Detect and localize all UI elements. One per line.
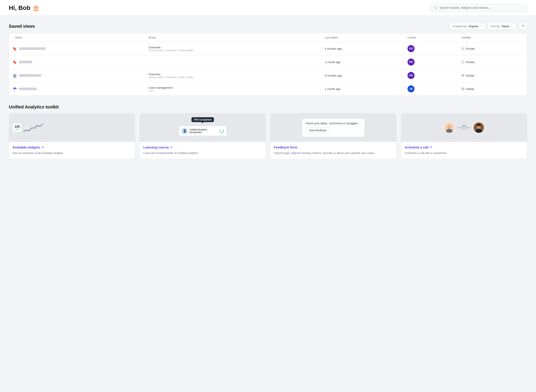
svg-line-1 <box>437 8 437 9</box>
schedule-preview <box>401 113 527 142</box>
schedule-card-title: Schedule a call ↗ <box>405 145 523 149</box>
course-item: 👤 Unified Analytics introduction <box>179 126 227 136</box>
board-path: Social profiles / Facebook / Public prof… <box>149 49 318 52</box>
board-path: Social profiles / Facebook / Public prof… <box>149 76 318 79</box>
feedback-card-body: Feedback form Report bugs, request missi… <box>270 142 396 159</box>
sort-by-label: Sort by: <box>491 25 501 28</box>
col-creator[interactable]: Creator <box>404 33 458 42</box>
feedback-placeholder-text: Share your ideas, comments or struggles … <box>306 122 361 125</box>
send-feedback-button[interactable]: Send feedback <box>306 127 330 134</box>
line-chart <box>23 122 43 134</box>
external-link-icon: ↗ <box>430 146 432 149</box>
table-row[interactable]: 🔖 Overview Social profiles / Facebook / … <box>9 42 527 56</box>
visibility-label: Private <box>466 61 475 64</box>
row-creator-0: KK <box>404 42 458 56</box>
feedback-bubble: Share your ideas, comments or struggles … <box>302 118 365 137</box>
row-visibility-0: Private <box>458 42 527 56</box>
row-visibility-2: Global <box>458 69 527 82</box>
bar-chart <box>45 121 48 134</box>
row-name-blurred <box>19 88 37 90</box>
row-board-0: Overview Social profiles / Facebook / Pu… <box>145 42 321 56</box>
lock-icon <box>461 47 465 50</box>
row-icon: ☂️ <box>13 87 17 91</box>
sort-by-value: Name <box>502 25 509 28</box>
external-link-icon: ↗ <box>41 146 44 149</box>
learning-card-body: Learning course ↗ Learn the fundamentals… <box>140 142 266 159</box>
header: Hi, Bob 🎂 <box>0 0 536 16</box>
toolkit-grid: 125 +26% <box>9 113 527 159</box>
visibility-label: Global <box>466 87 474 91</box>
row-board-1 <box>145 56 321 69</box>
saved-views-table: ↑ Name Board Last edited Creator Visibil… <box>9 33 527 96</box>
filter-controls: Created by: Anyone Sort by: Name <box>450 23 527 30</box>
calendar-icon <box>462 125 466 131</box>
svg-point-0 <box>435 6 437 9</box>
feedback-preview: Share your ideas, comments or struggles … <box>270 113 396 142</box>
creator-avatar: KK <box>408 72 414 79</box>
dot-3 <box>467 127 468 128</box>
col-visibility[interactable]: Visibility <box>458 33 527 42</box>
row-name-blurred <box>19 47 46 50</box>
schedule-card-desc: Schedule a call with a researcher. <box>405 151 523 155</box>
globe-icon <box>461 74 465 77</box>
row-visibility-1: Private <box>458 56 527 69</box>
board-path: Care <box>149 89 318 92</box>
main-content: Saved views Created by: Anyone Sort by: … <box>0 16 536 166</box>
created-by-filter[interactable]: Created by: Anyone <box>450 23 485 30</box>
sort-by-filter[interactable]: Sort by: Name <box>488 23 516 30</box>
table-row[interactable]: ☂️ Case management Care 1 month agoJK Gl… <box>9 82 527 96</box>
feedback-card-desc: Report bugs, request missing metrics, an… <box>274 151 393 155</box>
row-creator-1: KK <box>404 56 458 69</box>
course-avatar: 👤 <box>182 128 188 134</box>
globe-icon <box>461 87 465 90</box>
row-icon: 🔖 <box>13 60 17 64</box>
schedule-call-card[interactable]: Schedule a call ↗ Schedule a call with a… <box>401 113 527 159</box>
row-visibility-3: Global <box>458 82 527 96</box>
created-by-label: Created by: <box>452 25 467 28</box>
mini-stat-card: 125 +26% <box>13 123 22 132</box>
toolkit-section: Unified Analytics toolkit 125 +26% <box>9 104 527 159</box>
row-name-cell-3: ☂️ <box>9 82 145 96</box>
row-board-2: Overview Social profiles / Facebook / Pu… <box>145 69 321 82</box>
learning-card-desc: Learn the fundamentals of Unified Analyt… <box>143 151 262 155</box>
filter-icon-button[interactable] <box>519 23 527 30</box>
created-by-value: Anyone <box>468 25 478 28</box>
visibility-label: Global <box>466 74 474 77</box>
saved-views-header: Saved views Created by: Anyone Sort by: … <box>9 23 527 30</box>
schedule-connector <box>455 125 473 131</box>
svg-rect-5 <box>462 48 464 50</box>
person-avatar-2 <box>473 122 484 133</box>
widgets-card-desc: See an overview of all available widgets… <box>13 151 131 155</box>
col-last-edited[interactable]: Last edited <box>321 33 404 42</box>
greeting: Hi, Bob 🎂 <box>9 4 40 11</box>
search-bar[interactable] <box>430 4 527 11</box>
visibility-label: Private <box>466 47 475 50</box>
chevron-down-icon <box>480 25 482 28</box>
row-last-edited-2: 5 months ago <box>321 69 404 82</box>
widgets-preview: 125 +26% <box>9 113 135 142</box>
col-board[interactable]: Board <box>145 33 321 42</box>
search-input[interactable] <box>439 6 523 9</box>
table-row[interactable]: 🔖 1 month agoKK Private <box>9 56 527 69</box>
person-avatar-1 <box>444 122 455 133</box>
available-widgets-card[interactable]: 125 +26% <box>9 113 135 159</box>
progress-tooltip: 75% Completed <box>191 117 214 122</box>
saved-views-title: Saved views <box>9 24 35 29</box>
row-last-edited-0: 5 months ago <box>321 42 404 56</box>
search-icon <box>434 6 438 9</box>
progress-circle <box>220 129 224 133</box>
dot-2 <box>460 127 461 128</box>
board-name: Overview <box>149 73 318 76</box>
col-name[interactable]: ↑ Name <box>9 33 145 42</box>
schedule-card-body: Schedule a call ↗ Schedule a call with a… <box>401 142 527 159</box>
row-name-cell-0: 🔖 <box>9 42 145 56</box>
svg-rect-6 <box>462 62 464 63</box>
lock-icon <box>461 61 465 64</box>
dot-4 <box>469 127 470 128</box>
stat-change: +26% <box>14 128 19 131</box>
feedback-form-card[interactable]: Share your ideas, comments or struggles … <box>270 113 396 159</box>
learning-course-card[interactable]: 75% Completed 👤 Unified Analytics introd… <box>140 113 266 159</box>
table-row[interactable]: 🏛️ Overview Social profiles / Facebook /… <box>9 69 527 82</box>
row-name-blurred <box>19 61 32 63</box>
creator-avatar: KK <box>408 45 414 52</box>
